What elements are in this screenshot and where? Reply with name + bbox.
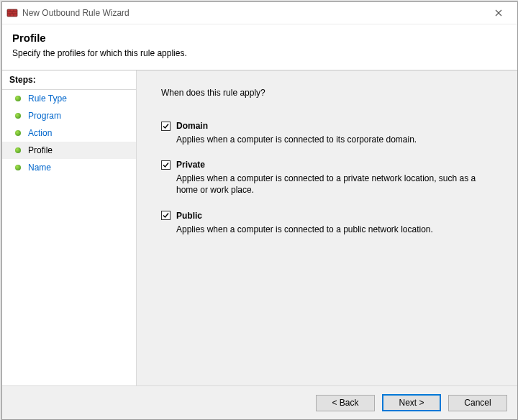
private-checkbox[interactable] (161, 160, 171, 170)
page-subtitle: Specify the profiles for which this rule… (12, 48, 507, 58)
step-label: Rule Type (28, 93, 67, 104)
step-action[interactable]: Action (2, 124, 136, 142)
close-icon (495, 9, 502, 17)
step-name[interactable]: Name (2, 159, 136, 176)
option-row: Domain (161, 121, 497, 131)
option-public: PublicApplies when a computer is connect… (161, 211, 497, 235)
content-pane: When does this rule apply? DomainApplies… (137, 70, 517, 385)
step-bullet-icon (15, 113, 21, 119)
option-domain: DomainApplies when a computer is connect… (161, 121, 497, 145)
titlebar: New Outbound Rule Wizard (2, 2, 517, 24)
step-bullet-icon (15, 165, 21, 170)
page-title: Profile (12, 32, 507, 44)
option-row: Private (161, 160, 497, 170)
domain-description: Applies when a computer is connected to … (176, 134, 486, 145)
step-label: Profile (28, 145, 53, 155)
option-row: Public (161, 211, 497, 221)
step-label: Action (28, 128, 52, 138)
public-label: Public (176, 211, 202, 221)
checkmark-icon (162, 122, 170, 130)
private-description: Applies when a computer is connected to … (176, 173, 486, 196)
wizard-body: Steps: Rule TypeProgramActionProfileName… (2, 70, 517, 385)
domain-checkbox[interactable] (161, 122, 171, 131)
steps-title: Steps: (2, 70, 136, 90)
domain-label: Domain (176, 121, 208, 131)
checkmark-icon (162, 161, 170, 169)
question-text: When does this rule apply? (161, 88, 497, 98)
back-button[interactable]: < Back (316, 395, 375, 411)
step-profile[interactable]: Profile (2, 142, 136, 159)
steps-sidebar: Steps: Rule TypeProgramActionProfileName (2, 70, 137, 385)
step-bullet-icon (15, 147, 21, 153)
cancel-button[interactable]: Cancel (448, 395, 507, 411)
step-label: Program (28, 111, 61, 121)
private-label: Private (176, 160, 205, 170)
step-label: Name (28, 163, 51, 173)
checkmark-icon (162, 211, 170, 219)
public-description: Applies when a computer is connected to … (176, 224, 486, 235)
page-header: Profile Specify the profiles for which t… (2, 24, 517, 70)
next-button[interactable]: Next > (382, 394, 441, 411)
step-program[interactable]: Program (2, 107, 136, 124)
firewall-icon (6, 7, 18, 19)
option-private: PrivateApplies when a computer is connec… (161, 160, 497, 196)
public-checkbox[interactable] (161, 211, 171, 220)
close-button[interactable] (484, 3, 513, 23)
wizard-window: New Outbound Rule Wizard Profile Specify… (1, 1, 518, 420)
step-rule-type[interactable]: Rule Type (2, 90, 136, 107)
window-title: New Outbound Rule Wizard (22, 8, 130, 18)
step-bullet-icon (15, 96, 21, 101)
step-bullet-icon (15, 130, 21, 136)
wizard-footer: < Back Next > Cancel (2, 385, 517, 419)
